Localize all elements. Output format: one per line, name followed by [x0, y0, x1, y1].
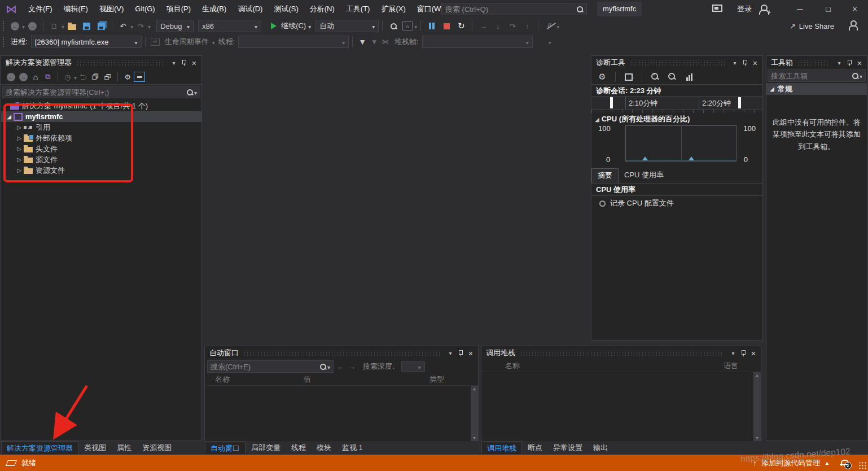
cpu-chart-plot-area[interactable] — [625, 125, 737, 162]
step-into-icon[interactable]: ↓ — [492, 20, 503, 32]
collapse-all-icon[interactable]: 🗇 — [90, 71, 100, 82]
tab-threads[interactable]: 线程 — [286, 441, 311, 454]
continue-icon[interactable] — [268, 20, 279, 32]
minimize-button[interactable]: ─ — [787, 0, 813, 18]
undo-icon[interactable]: ↶ — [117, 20, 129, 32]
solution-search-input[interactable] — [6, 88, 186, 97]
panel-drag-dots[interactable] — [630, 60, 725, 66]
col-language[interactable]: 语言 — [724, 361, 738, 371]
menu-project[interactable]: 项目(P) — [161, 0, 196, 18]
menu-analyze[interactable]: 分析(N) — [304, 0, 340, 18]
window-position-icon[interactable] — [445, 348, 455, 358]
panel-drag-dots[interactable] — [520, 351, 724, 356]
pin-icon[interactable] — [740, 58, 750, 68]
new-project-icon[interactable]: 🗋 — [49, 20, 60, 32]
search-prev-icon[interactable]: ← — [337, 362, 345, 371]
pin-icon[interactable] — [844, 58, 854, 68]
tab-resource-view[interactable]: 资源视图 — [137, 441, 177, 454]
tree-row-external-dependencies[interactable]: ▷ 外部依赖项 — [1, 133, 201, 143]
filter-flagged-icon[interactable]: ▼ — [371, 38, 378, 46]
autos-search-input[interactable] — [211, 363, 319, 371]
col-value[interactable]: 值 — [304, 374, 311, 385]
continue-dropdown-icon[interactable] — [308, 22, 311, 30]
window-position-icon[interactable] — [730, 58, 740, 68]
live-share-button[interactable]: ↗ Live Share — [790, 18, 834, 34]
maximize-button[interactable]: □ — [815, 0, 841, 18]
tab-class-view[interactable]: 类视图 — [79, 441, 111, 454]
source-control-menu-icon[interactable]: ▲ — [825, 460, 830, 466]
close-panel-icon[interactable] — [189, 58, 199, 68]
tab-watch1[interactable]: 监视 1 — [337, 441, 368, 454]
tab-properties[interactable]: 属性 — [112, 441, 137, 454]
window-position-icon[interactable] — [834, 58, 844, 68]
menu-extensions[interactable]: 扩展(X) — [375, 0, 411, 18]
timeline-selection-start-handle[interactable] — [610, 97, 613, 108]
autos-header[interactable]: 自动窗口 — [205, 346, 478, 360]
lifecycle-events-icon[interactable]: ⏎ — [151, 38, 160, 46]
call-stack-header[interactable]: 调用堆栈 — [481, 346, 761, 360]
show-next-statement-icon[interactable]: → — [477, 20, 489, 32]
save-all-icon[interactable] — [95, 20, 107, 32]
home-icon[interactable]: ⌂ — [30, 71, 41, 82]
user-account-icon[interactable]: + — [759, 4, 769, 14]
se-back-icon[interactable]: ← — [6, 71, 16, 82]
diagnostics-header[interactable]: 诊断工具 — [591, 56, 762, 69]
close-panel-icon[interactable] — [750, 58, 760, 68]
toolbox-search-box[interactable] — [768, 69, 866, 82]
pin-icon[interactable] — [179, 58, 189, 68]
browser-link-icon[interactable]: ⌂ — [402, 21, 413, 30]
search-icon[interactable] — [576, 6, 583, 13]
menu-file[interactable]: 文件(F) — [23, 0, 58, 18]
sync-with-active-document-icon[interactable]: ⮌ — [78, 71, 88, 82]
share-icon[interactable] — [848, 20, 858, 30]
tab-autos[interactable]: 自动窗口 — [205, 441, 246, 454]
close-panel-icon[interactable] — [466, 348, 476, 358]
close-panel-icon[interactable] — [854, 58, 865, 68]
timeline-ruler[interactable]: 2:10分钟 2:20分钟 — [591, 97, 762, 110]
toolbar-overflow-icon[interactable] — [556, 22, 559, 30]
resize-grip[interactable] — [858, 461, 866, 469]
restart-icon[interactable]: ↻ — [455, 20, 467, 32]
window-position-icon[interactable] — [169, 58, 179, 68]
menu-view[interactable]: 视图(V) — [94, 0, 129, 18]
col-type[interactable]: 类型 — [429, 374, 444, 385]
toggle-current-thread-icon[interactable]: ⋈ — [382, 38, 389, 46]
solution-search-box[interactable] — [2, 86, 200, 98]
col-name[interactable]: 名称 — [215, 374, 230, 385]
redo-dropdown-icon[interactable] — [148, 22, 151, 30]
navigate-forward-icon[interactable]: → — [27, 20, 38, 32]
panel-drag-dots[interactable] — [797, 60, 830, 66]
attach-to-process-icon[interactable] — [388, 20, 399, 32]
configuration-dropdown[interactable]: Debug — [156, 20, 194, 32]
pause-icon[interactable] — [426, 20, 437, 32]
pin-icon[interactable] — [738, 348, 748, 358]
step-out-icon[interactable]: ↑ — [521, 20, 533, 32]
process-dropdown[interactable]: [26360] myfisrtmfc.exe — [31, 36, 142, 48]
tab-summary[interactable]: 摘要 — [591, 168, 619, 183]
search-options-icon[interactable] — [327, 363, 330, 371]
pin-icon[interactable] — [455, 348, 466, 358]
redo-icon[interactable]: ↷ — [135, 20, 146, 32]
add-to-source-control-button[interactable]: 添加到源代码管理 — [761, 458, 820, 468]
tab-cpu-usage[interactable]: CPU 使用率 — [619, 168, 669, 183]
toolbox-group-general[interactable]: ◢ 常规 — [766, 83, 867, 95]
settings-gear-icon[interactable]: ⚙ — [597, 71, 608, 82]
continue-button[interactable]: 继续(C) — [281, 21, 306, 31]
open-folder-icon[interactable] — [66, 20, 77, 32]
toolbar-grip[interactable] — [2, 20, 5, 32]
window-position-icon[interactable] — [728, 348, 738, 358]
search-next-icon[interactable]: → — [348, 362, 356, 371]
pending-changes-filter-icon[interactable]: ◷ — [63, 71, 73, 82]
autos-search-box[interactable] — [207, 360, 334, 373]
navigate-back-icon[interactable]: ← — [9, 20, 20, 32]
stack-frame-dropdown[interactable] — [422, 36, 533, 48]
reset-view-chart-icon[interactable] — [683, 71, 695, 82]
tab-call-stack[interactable]: 调用堆栈 — [481, 441, 522, 454]
tree-row-source-files[interactable]: ▷ 源文件 — [1, 154, 201, 165]
filter-threads-icon[interactable]: ▼ — [358, 37, 366, 46]
call-stack-scrollbar[interactable]: ▲▼ — [753, 372, 761, 441]
collapse-icon[interactable]: ◢ — [595, 116, 599, 123]
tab-breakpoints[interactable]: 断点 — [523, 441, 547, 454]
search-depth-dropdown[interactable] — [401, 361, 425, 372]
se-forward-icon[interactable]: → — [18, 71, 28, 82]
